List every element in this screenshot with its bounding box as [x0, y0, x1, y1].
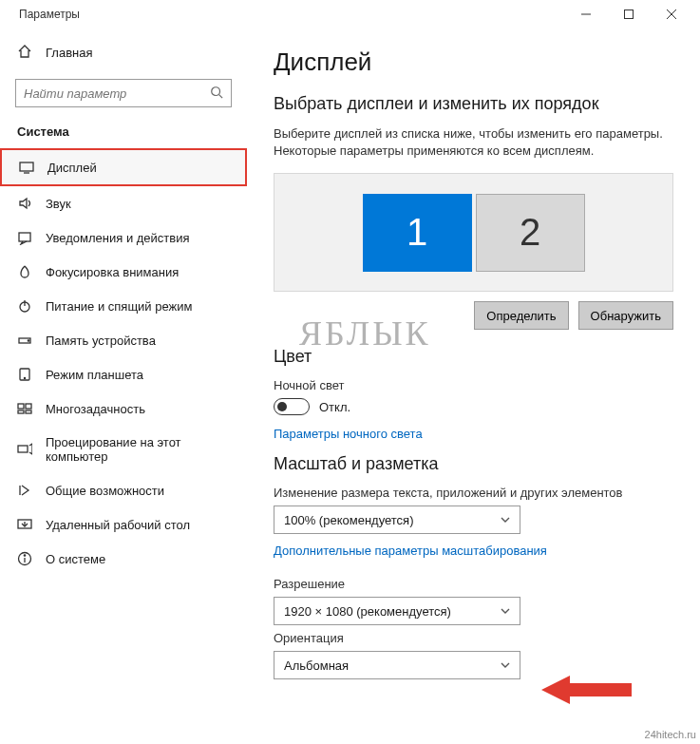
sidebar-item-label: Уведомления и действия — [46, 231, 190, 245]
sidebar-item-power[interactable]: Питание и спящий режим — [0, 289, 247, 323]
sound-icon — [17, 196, 32, 211]
resolution-label: Разрешение — [274, 577, 673, 591]
power-icon — [17, 298, 32, 314]
sidebar: Главная Система Дисплей Звук Уведомления… — [0, 29, 247, 744]
sidebar-item-shared[interactable]: Общие возможности — [0, 473, 247, 507]
svg-rect-1 — [624, 10, 633, 19]
arrange-heading: Выбрать дисплеи и изменить их порядок — [274, 94, 673, 114]
sidebar-item-remote[interactable]: Удаленный рабочий стол — [0, 507, 247, 542]
sidebar-section-title: Система — [0, 117, 247, 148]
page-title: Дисплей — [274, 48, 673, 77]
search-box[interactable] — [15, 79, 232, 107]
sidebar-item-multitask[interactable]: Многозадачность — [0, 391, 247, 426]
svg-rect-15 — [18, 404, 24, 409]
chevron-down-icon — [501, 658, 510, 673]
orientation-label: Ориентация — [274, 631, 673, 645]
identify-button[interactable]: Определить — [474, 301, 568, 330]
sidebar-item-sound[interactable]: Звук — [0, 186, 247, 220]
svg-point-4 — [212, 86, 220, 95]
sidebar-item-display[interactable]: Дисплей — [0, 148, 247, 186]
sidebar-home[interactable]: Главная — [0, 34, 247, 71]
night-light-settings-link[interactable]: Параметры ночного света — [274, 427, 423, 441]
remote-icon — [17, 517, 32, 532]
maximize-button[interactable] — [607, 0, 650, 29]
monitor-arrange-area[interactable]: 1 2 — [274, 173, 673, 292]
info-icon — [17, 551, 32, 566]
sidebar-item-label: О системе — [46, 552, 105, 566]
sidebar-item-project[interactable]: Проецирование на этот компьютер — [0, 426, 247, 473]
monitor-1[interactable]: 1 — [363, 194, 472, 272]
sidebar-item-label: Общие возможности — [46, 484, 164, 498]
project-icon — [17, 442, 32, 457]
sidebar-item-notifications[interactable]: Уведомления и действия — [0, 220, 247, 255]
sidebar-item-label: Дисплей — [47, 161, 97, 175]
orientation-select[interactable]: Альбомная — [274, 651, 520, 679]
svg-point-12 — [28, 340, 28, 341]
titlebar: Параметры — [0, 0, 700, 29]
credit: 24hitech.ru — [645, 729, 696, 740]
svg-rect-18 — [26, 410, 31, 413]
minimize-button[interactable] — [564, 0, 607, 29]
scale-heading: Масштаб и разметка — [274, 454, 673, 474]
shared-icon — [17, 483, 32, 498]
scale-select[interactable]: 100% (рекомендуется) — [274, 506, 520, 534]
tablet-icon — [17, 367, 32, 382]
sidebar-item-about[interactable]: О системе — [0, 542, 247, 576]
close-button[interactable] — [650, 0, 692, 29]
focus-icon — [17, 264, 32, 279]
svg-point-14 — [24, 377, 25, 378]
arrange-description: Выберите дисплей из списка ниже, чтобы и… — [274, 125, 673, 160]
sidebar-item-label: Проецирование на этот компьютер — [46, 435, 230, 464]
sidebar-item-focus[interactable]: Фокусировка внимания — [0, 255, 247, 289]
sidebar-item-storage[interactable]: Память устройства — [0, 323, 247, 357]
display-icon — [19, 160, 34, 175]
svg-rect-19 — [18, 446, 28, 452]
orientation-value: Альбомная — [284, 658, 349, 673]
monitor-2[interactable]: 2 — [476, 194, 585, 272]
scale-label: Изменение размера текста, приложений и д… — [274, 486, 673, 500]
home-icon — [17, 44, 32, 62]
sidebar-home-label: Главная — [46, 46, 92, 60]
sidebar-item-label: Звук — [46, 197, 71, 211]
storage-icon — [17, 333, 32, 348]
resolution-value: 1920 × 1080 (рекомендуется) — [284, 604, 451, 619]
chevron-down-icon — [501, 513, 510, 527]
sidebar-item-label: Многозадачность — [46, 402, 145, 416]
sidebar-item-label: Питание и спящий режим — [46, 299, 192, 314]
resolution-select[interactable]: 1920 × 1080 (рекомендуется) — [274, 597, 520, 625]
sidebar-item-tablet[interactable]: Режим планшета — [0, 357, 247, 391]
advanced-scale-link[interactable]: Дополнительные параметры масштабирования — [274, 544, 547, 558]
search-icon — [210, 86, 223, 102]
sidebar-item-label: Память устройства — [46, 334, 156, 348]
sidebar-item-label: Фокусировка внимания — [46, 265, 179, 279]
svg-line-5 — [219, 94, 223, 98]
svg-rect-16 — [26, 404, 31, 409]
chevron-down-icon — [501, 604, 510, 619]
night-light-state: Откл. — [319, 400, 350, 414]
scale-value: 100% (рекомендуется) — [284, 513, 413, 527]
color-heading: Цвет — [274, 347, 673, 367]
svg-rect-6 — [20, 162, 33, 171]
detect-button[interactable]: Обнаружить — [578, 301, 673, 330]
sidebar-item-label: Режим планшета — [46, 368, 143, 382]
window-title: Параметры — [19, 8, 564, 21]
night-light-toggle[interactable] — [274, 398, 310, 415]
svg-rect-8 — [19, 233, 30, 241]
svg-rect-17 — [18, 410, 24, 413]
main-panel: Дисплей Выбрать дисплеи и изменить их по… — [247, 29, 700, 744]
search-input[interactable] — [24, 86, 210, 101]
multitask-icon — [17, 401, 32, 416]
night-light-label: Ночной свет — [274, 378, 673, 392]
sidebar-item-label: Удаленный рабочий стол — [46, 518, 190, 532]
notifications-icon — [17, 230, 32, 245]
svg-point-24 — [24, 555, 25, 556]
